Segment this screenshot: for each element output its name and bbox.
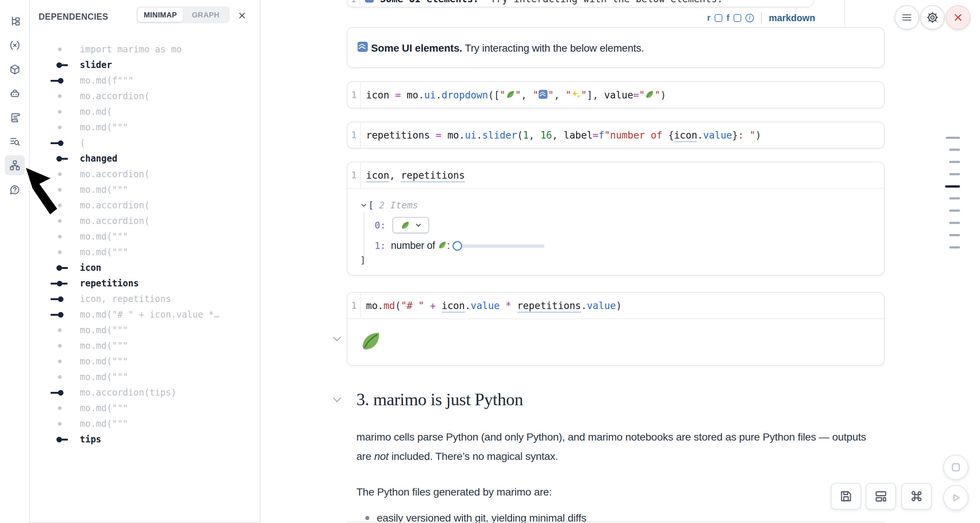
emphasis-text: not [374, 450, 389, 462]
minimap-item[interactable]: slider [30, 57, 260, 73]
sidebar-item-file-tree[interactable] [5, 11, 25, 32]
code-cell-slider[interactable]: 1 repetitions = mo.ui.slider(1, 16, labe… [347, 121, 885, 148]
run-button[interactable] [943, 485, 969, 510]
minimap-item[interactable]: icon, repetitions [30, 291, 260, 307]
cell-collapse-chevron[interactable] [332, 336, 342, 343]
icon-dropdown[interactable] [392, 217, 429, 233]
minimap-item-label: changed [80, 153, 117, 164]
stop-button[interactable] [943, 454, 969, 480]
notebook-menu-button[interactable] [895, 5, 919, 30]
sidebar-item-packages[interactable] [5, 59, 25, 80]
minimap-item[interactable]: tips [30, 432, 260, 447]
code-token: , [521, 89, 532, 100]
cell-indicator[interactable] [949, 209, 960, 212]
layout-button[interactable] [865, 483, 896, 510]
minimap-item[interactable]: icon [30, 260, 260, 276]
format-checkbox[interactable] [733, 14, 741, 22]
code-cell-tuple[interactable]: 1 icon, repetitions [ 2 Items 0: 1: numb… [347, 161, 885, 276]
settings-button[interactable] [920, 5, 945, 30]
code-token: " [500, 89, 506, 100]
slider-track[interactable] [455, 244, 544, 248]
minimap-item[interactable]: mo.md(""" [30, 322, 260, 338]
section-heading: 3. marimo is just Python [356, 389, 523, 409]
code-token: mo [407, 89, 418, 100]
shutdown-button[interactable] [946, 5, 970, 30]
cell-indicator[interactable] [949, 173, 960, 175]
language-toggle[interactable]: markdown [769, 13, 815, 23]
command-palette-button[interactable] [901, 483, 932, 510]
minimap-item[interactable]: mo.md(""" [30, 338, 260, 354]
menu-icon [901, 13, 912, 22]
sidebar-item-variables[interactable] [5, 35, 25, 55]
cell-indicator[interactable] [949, 197, 960, 199]
code-token: repetitions [517, 300, 581, 313]
cell-indicator[interactable] [946, 137, 960, 139]
markdown-editor-cell[interactable]: 1 Some UI elements. Try interacting with… [347, 0, 814, 8]
code-cell-dropdown[interactable]: 1 icon = mo.ui.dropdown(["", "", ""], va… [347, 81, 885, 108]
bracket-close: ] [360, 255, 366, 266]
dependency-marker-dot [51, 322, 73, 338]
minimap-item[interactable]: mo.md(f""" [30, 73, 260, 88]
stop-icon [950, 462, 961, 473]
reactive-checkbox[interactable] [714, 14, 722, 22]
minimap-item[interactable]: mo.md(""" [30, 229, 260, 244]
markdown-output-cell[interactable]: Some UI elements. Try interacting with t… [347, 27, 885, 68]
minimap-item[interactable]: mo.accordion(tips) [30, 385, 260, 400]
minimap-item[interactable]: mo.md(""" [30, 400, 260, 416]
wave-emoji-icon [364, 0, 374, 3]
dependency-marker-dot [51, 400, 73, 416]
dependency-marker-dot [51, 88, 73, 104]
gutter-divider [360, 0, 360, 7]
minimap-item-label: mo.md(""" [80, 325, 128, 335]
dependency-marker-in [51, 385, 73, 400]
minimap-item[interactable]: mo.md(""" [30, 369, 260, 385]
dependency-marker-dot [51, 229, 73, 244]
code-token [511, 300, 517, 311]
code-line[interactable]: icon, repetitions [361, 170, 465, 181]
collapse-chevron-icon[interactable] [361, 203, 367, 207]
list-search-icon [9, 136, 21, 147]
tree-index: 0: [375, 220, 386, 231]
leaf-emoji-icon [645, 89, 654, 99]
info-icon[interactable]: i [745, 14, 754, 22]
minimap-item[interactable]: mo.md(""" [30, 416, 260, 432]
tab-minimap[interactable]: MINIMAP [138, 8, 183, 22]
code-line[interactable]: repetitions = mo.ui.slider(1, 16, label=… [361, 130, 761, 141]
minimap-item[interactable]: repetitions [30, 276, 260, 291]
code-line[interactable]: mo.md("# " + icon.value * repetitions.va… [361, 300, 622, 311]
minimap-item[interactable]: mo.md(""" [30, 244, 260, 260]
code-token: f [598, 130, 605, 141]
robot-icon [9, 88, 21, 100]
minimap-item[interactable]: mo.accordion( [30, 88, 260, 104]
cell-indicator[interactable] [949, 222, 960, 224]
minimap-item[interactable]: mo.md("# " + icon.value *… [30, 307, 260, 322]
minimap-item[interactable]: mo.md( [30, 104, 260, 120]
tab-graph[interactable]: GRAPH [183, 8, 228, 22]
code-token: , [552, 130, 563, 141]
sidebar-item-logs[interactable] [5, 131, 25, 151]
sparkles-emoji-icon [571, 89, 581, 99]
cell-indicator[interactable] [949, 161, 960, 163]
cell-indicator[interactable] [949, 246, 960, 249]
section-collapse-chevron[interactable] [332, 397, 342, 404]
cell-indicator[interactable] [949, 148, 960, 151]
code-token: repetitions [366, 130, 430, 141]
minimap-item[interactable]: mo.md(""" [30, 354, 260, 369]
code-cell-md-heading[interactable]: 1 mo.md("# " + icon.value * repetitions.… [347, 292, 885, 366]
cell-indicator[interactable] [945, 185, 960, 188]
code-token [401, 89, 407, 100]
package-icon [9, 64, 21, 75]
minimap-item[interactable]: mo.md(""" [30, 120, 260, 135]
slider-knob[interactable] [452, 241, 462, 251]
code-line[interactable]: Some UI elements. Try interacting with t… [364, 0, 723, 5]
cell-indicator[interactable] [949, 234, 960, 236]
code-line[interactable]: icon = mo.ui.dropdown(["", "", ""], valu… [361, 89, 666, 100]
panel-close-button[interactable] [235, 8, 250, 23]
save-button[interactable] [831, 483, 861, 510]
sidebar-item-ai-assistant[interactable] [5, 84, 25, 104]
repetitions-slider[interactable] [452, 241, 545, 251]
code-token [442, 130, 448, 141]
minimap-item[interactable]: import marimo as mo [30, 41, 260, 57]
minimap-item[interactable]: ( [30, 135, 260, 151]
sidebar-item-snippets[interactable] [5, 108, 25, 128]
